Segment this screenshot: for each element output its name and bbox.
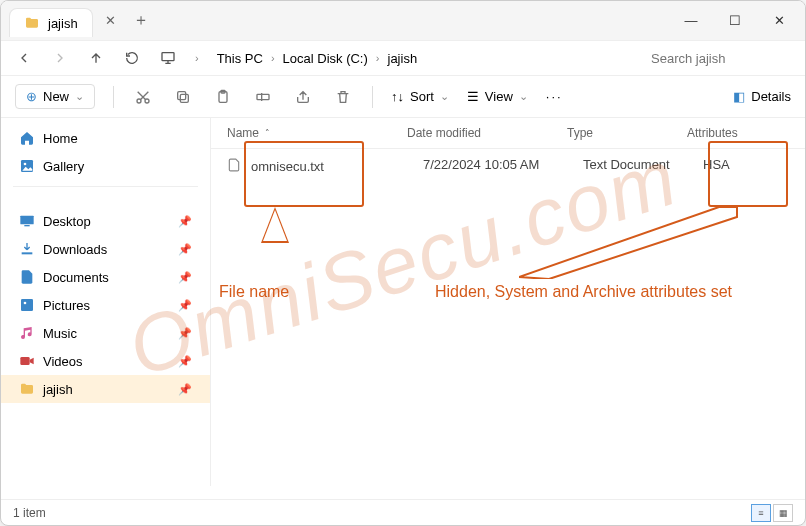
sidebar-item-label: Music [43,326,77,341]
videos-icon [19,353,35,369]
details-pane-icon: ◧ [733,89,745,104]
column-name[interactable]: Name ˄ [227,126,407,140]
new-tab-button[interactable]: ＋ [131,10,151,31]
search-input[interactable] [651,51,791,66]
column-date[interactable]: Date modified [407,126,567,140]
breadcrumb-item[interactable]: jajish [388,51,418,66]
pin-icon: 📌 [178,327,192,340]
downloads-icon [19,241,35,257]
pictures-icon [19,297,35,313]
up-button[interactable] [87,49,105,67]
pin-icon: 📌 [178,215,192,228]
view-label: View [485,89,513,104]
documents-icon [19,269,35,285]
breadcrumb-item[interactable]: Local Disk (C:) [283,51,368,66]
toolbar: ⊕ New ⌄ ↑↓ Sort ⌄ ☰ View ⌄ ··· ◧ Details [1,76,805,118]
sort-icon: ↑↓ [391,89,404,104]
column-type[interactable]: Type [567,126,687,140]
pin-icon: 📌 [178,271,192,284]
content-area: Name ˄ Date modified Type Attributes omn… [211,118,805,486]
monitor-icon[interactable] [159,49,177,67]
new-label: New [43,89,69,104]
svg-rect-3 [180,94,188,102]
minimize-button[interactable]: — [671,6,711,36]
file-name: omnisecu.txt [251,159,324,174]
sidebar-item-label: Downloads [43,242,107,257]
more-menu[interactable]: ··· [546,89,563,104]
pin-icon: 📌 [178,243,192,256]
breadcrumb[interactable]: This PC › Local Disk (C:) › jajish [217,51,633,66]
pin-icon: 📌 [178,383,192,396]
chevron-down-icon: ⌄ [440,90,449,103]
delete-button[interactable] [332,86,354,108]
sidebar-item-label: Pictures [43,298,90,313]
share-button[interactable] [292,86,314,108]
refresh-button[interactable] [123,49,141,67]
breadcrumb-item[interactable]: This PC [217,51,263,66]
rename-button[interactable] [252,86,274,108]
sidebar-item-label: Documents [43,270,109,285]
close-tab-button[interactable]: ✕ [101,13,121,28]
sidebar: Home Gallery Desktop 📌 Downloads 📌 Docum… [1,118,211,486]
sidebar-item-desktop[interactable]: Desktop 📌 [1,207,210,235]
sort-menu[interactable]: ↑↓ Sort ⌄ [391,89,449,104]
chevron-right-icon: › [271,52,275,64]
desktop-icon [19,213,35,229]
svg-rect-13 [21,299,33,311]
sidebar-item-label: jajish [43,382,73,397]
sidebar-item-downloads[interactable]: Downloads 📌 [1,235,210,263]
icons-view-button[interactable]: ▦ [773,504,793,522]
explorer-window: jajish ✕ ＋ — ☐ ✕ › This PC › Local Disk … [0,0,806,526]
paste-button[interactable] [212,86,234,108]
copy-button[interactable] [172,86,194,108]
sort-asc-icon: ˄ [265,128,270,138]
body: Home Gallery Desktop 📌 Downloads 📌 Docum… [1,118,805,486]
new-button[interactable]: ⊕ New ⌄ [15,84,95,109]
svg-rect-10 [20,216,33,225]
file-row[interactable]: omnisecu.txt 7/22/2024 10:05 AM Text Doc… [211,149,805,184]
sidebar-item-jajish[interactable]: jajish 📌 [1,375,210,403]
home-icon [19,130,35,146]
cut-button[interactable] [132,86,154,108]
folder-icon [24,15,40,31]
view-menu[interactable]: ☰ View ⌄ [467,89,528,104]
close-window-button[interactable]: ✕ [759,6,799,36]
sidebar-item-gallery[interactable]: Gallery [1,152,210,180]
gallery-icon [19,158,35,174]
column-attributes[interactable]: Attributes [687,126,789,140]
chevron-right-icon: › [195,52,199,64]
svg-rect-11 [24,225,29,226]
sidebar-item-documents[interactable]: Documents 📌 [1,263,210,291]
svg-rect-15 [20,357,29,365]
window-tab[interactable]: jajish [9,8,93,37]
plus-icon: ⊕ [26,89,37,104]
maximize-button[interactable]: ☐ [715,6,755,36]
sidebar-item-label: Home [43,131,78,146]
sort-label: Sort [410,89,434,104]
column-label: Name [227,126,259,140]
svg-rect-0 [162,53,174,61]
sidebar-item-pictures[interactable]: Pictures 📌 [1,291,210,319]
title-bar: jajish ✕ ＋ — ☐ ✕ [1,1,805,41]
sidebar-item-label: Gallery [43,159,84,174]
details-view-button[interactable]: ≡ [751,504,771,522]
details-label: Details [751,89,791,104]
sidebar-item-music[interactable]: Music 📌 [1,319,210,347]
svg-rect-7 [257,94,269,99]
chevron-down-icon: ⌄ [519,90,528,103]
column-headers[interactable]: Name ˄ Date modified Type Attributes [211,118,805,149]
sidebar-item-videos[interactable]: Videos 📌 [1,347,210,375]
view-mode-group: ≡ ▦ [751,504,793,522]
svg-point-14 [24,302,27,305]
file-type: Text Document [583,157,670,172]
sidebar-item-label: Desktop [43,214,91,229]
view-icon: ☰ [467,89,479,104]
divider [372,86,373,108]
details-pane-button[interactable]: ◧ Details [733,89,791,104]
forward-button[interactable] [51,49,69,67]
back-button[interactable] [15,49,33,67]
sidebar-item-home[interactable]: Home [1,124,210,152]
file-attr: HSA [703,157,730,172]
svg-rect-12 [22,252,33,254]
divider [13,186,198,187]
